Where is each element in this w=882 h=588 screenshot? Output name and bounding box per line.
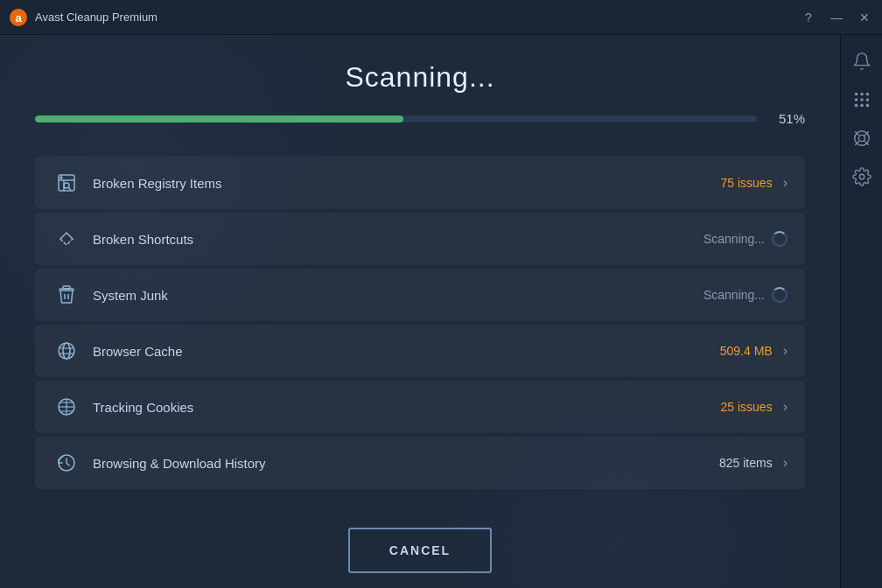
svg-point-37 <box>859 174 864 179</box>
tracking-cookies-chevron: › <box>783 399 788 415</box>
support-icon[interactable] <box>846 122 878 154</box>
scan-item-tracking-cookies[interactable]: Tracking Cookies 25 issues › <box>35 381 805 433</box>
scan-item-system-junk[interactable]: System Junk Scanning... <box>35 269 805 321</box>
browser-cache-chevron: › <box>783 343 788 359</box>
scan-item-broken-registry[interactable]: Broken Registry Items 75 issues › <box>35 157 805 209</box>
title-bar: a Avast Cleanup Premium ? — ✕ <box>0 0 882 35</box>
tracking-cookies-icon <box>52 393 80 421</box>
scanning-title: Scanning... <box>345 61 494 94</box>
svg-point-29 <box>860 104 864 108</box>
settings-icon[interactable] <box>846 161 878 192</box>
svg-point-27 <box>865 98 869 102</box>
broken-shortcuts-text: Scanning... <box>704 232 765 246</box>
svg-point-5 <box>60 177 62 178</box>
svg-point-24 <box>865 93 869 96</box>
progress-fill <box>35 116 403 122</box>
help-button[interactable]: ? <box>800 9 817 26</box>
app-title: Avast Cleanup Premium <box>35 10 800 24</box>
browser-cache-label: Browser Cache <box>93 344 720 359</box>
scan-item-browsing-history[interactable]: Browsing & Download History 825 items › <box>35 437 805 489</box>
grid-icon[interactable] <box>846 84 878 116</box>
cancel-btn-container: CANCEL <box>348 528 492 573</box>
broken-registry-count: 75 issues <box>721 176 773 190</box>
scan-items-list: Broken Registry Items 75 issues › Broken… <box>35 157 805 493</box>
tracking-cookies-count: 25 issues <box>721 400 773 414</box>
system-junk-icon <box>52 281 80 309</box>
broken-shortcuts-icon <box>52 225 80 253</box>
browsing-history-count: 825 items <box>719 456 773 470</box>
browser-cache-status: 509.4 MB › <box>720 343 788 359</box>
broken-registry-icon <box>52 169 80 197</box>
progress-percent: 51% <box>770 111 805 126</box>
browsing-history-icon <box>52 449 80 477</box>
system-junk-label: System Junk <box>93 288 704 303</box>
progress-track <box>35 116 757 122</box>
svg-point-26 <box>860 98 864 102</box>
broken-shortcuts-label: Broken Shortcuts <box>93 232 704 247</box>
scan-item-browser-cache[interactable]: Browser Cache 509.4 MB › <box>35 325 805 377</box>
broken-shortcuts-spinner <box>772 231 788 247</box>
close-button[interactable]: ✕ <box>856 9 873 26</box>
browsing-history-label: Browsing & Download History <box>93 456 719 471</box>
broken-shortcuts-status: Scanning... <box>704 231 788 247</box>
svg-point-28 <box>854 104 858 108</box>
browsing-history-chevron: › <box>783 455 788 471</box>
browser-cache-size: 509.4 MB <box>720 344 773 358</box>
sidebar <box>840 35 882 588</box>
svg-point-12 <box>59 343 74 359</box>
browsing-history-status: 825 items › <box>719 455 788 471</box>
minimize-button[interactable]: — <box>828 9 845 26</box>
system-junk-text: Scanning... <box>704 288 765 302</box>
notification-icon[interactable] <box>846 46 878 77</box>
tracking-cookies-status: 25 issues › <box>721 399 788 415</box>
svg-point-30 <box>865 104 869 108</box>
svg-point-13 <box>63 343 70 359</box>
svg-point-23 <box>860 93 864 96</box>
svg-text:a: a <box>15 11 22 24</box>
system-junk-status: Scanning... <box>704 287 788 303</box>
svg-rect-9 <box>60 289 74 290</box>
tracking-cookies-label: Tracking Cookies <box>93 400 721 415</box>
svg-line-7 <box>68 187 71 190</box>
cancel-button[interactable]: CANCEL <box>348 528 492 573</box>
browser-cache-icon <box>52 337 80 365</box>
svg-point-25 <box>854 98 858 102</box>
svg-point-32 <box>858 135 864 141</box>
system-junk-spinner <box>772 287 788 303</box>
window-controls: ? — ✕ <box>800 9 873 26</box>
broken-registry-label: Broken Registry Items <box>93 176 721 191</box>
app-logo: a <box>9 8 28 27</box>
scan-item-broken-shortcuts[interactable]: Broken Shortcuts Scanning... <box>35 213 805 265</box>
svg-point-22 <box>854 93 858 96</box>
main-container: Scanning... 51% <box>0 35 882 588</box>
content-area: Scanning... 51% <box>0 35 840 588</box>
progress-container: 51% <box>35 111 805 126</box>
broken-registry-status: 75 issues › <box>721 175 788 191</box>
broken-registry-chevron: › <box>783 175 788 191</box>
svg-point-6 <box>64 183 69 188</box>
